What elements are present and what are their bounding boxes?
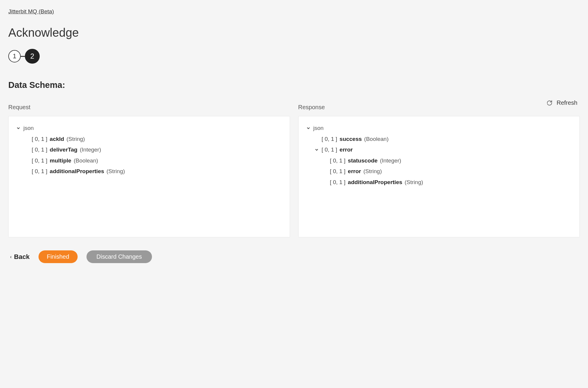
field-cardinality: [ 0, 1 ] xyxy=(32,157,47,165)
stepper: 1 2 xyxy=(8,49,580,64)
request-field[interactable]: [ 0, 1 ] multiple (Boolean) xyxy=(16,155,283,166)
page-title: Acknowledge xyxy=(8,26,580,39)
field-name: ackId xyxy=(50,135,64,144)
field-type: (Boolean) xyxy=(74,157,98,165)
field-name: multiple xyxy=(50,157,71,165)
field-type: (String) xyxy=(405,178,423,187)
response-error-child[interactable]: [ 0, 1 ] statuscode (Integer) xyxy=(306,155,573,166)
chevron-down-icon[interactable] xyxy=(314,148,319,152)
field-cardinality: [ 0, 1 ] xyxy=(330,178,346,187)
response-label: Response xyxy=(298,104,580,111)
response-panel: json [ 0, 1 ] success (Boolean) [ 0, 1 ]… xyxy=(298,116,580,237)
request-panel: json [ 0, 1 ] ackId (String)[ 0, 1 ] del… xyxy=(8,116,290,237)
chevron-down-icon[interactable] xyxy=(306,126,311,130)
discard-changes-button[interactable]: Discard Changes xyxy=(86,250,152,263)
field-type: (String) xyxy=(107,167,125,176)
field-type: (String) xyxy=(363,167,382,176)
request-label: Request xyxy=(8,104,290,111)
response-error-child[interactable]: [ 0, 1 ] error (String) xyxy=(306,166,573,177)
request-column: Request json [ 0, 1 ] ackId (String)[ 0,… xyxy=(8,104,290,237)
field-type: (Integer) xyxy=(380,157,401,165)
field-name: deliverTag xyxy=(50,146,78,154)
field-type: (String) xyxy=(66,135,85,144)
field-name: additionalProperties xyxy=(50,167,104,176)
request-root-node[interactable]: json xyxy=(16,123,283,134)
step-connector xyxy=(21,56,25,57)
field-cardinality: [ 0, 1 ] xyxy=(32,135,47,144)
response-root-node[interactable]: json xyxy=(306,123,573,134)
field-name: error xyxy=(348,167,361,176)
field-cardinality: [ 0, 1 ] xyxy=(322,146,337,154)
step-2[interactable]: 2 xyxy=(25,49,40,64)
chevron-left-icon: ‹ xyxy=(10,254,12,260)
field-cardinality: [ 0, 1 ] xyxy=(32,167,47,176)
request-field[interactable]: [ 0, 1 ] deliverTag (Integer) xyxy=(16,144,283,155)
request-root-label: json xyxy=(23,124,34,133)
field-cardinality: [ 0, 1 ] xyxy=(330,157,346,165)
field-cardinality: [ 0, 1 ] xyxy=(322,135,337,144)
field-name: error xyxy=(339,146,353,154)
breadcrumb-link[interactable]: Jitterbit MQ (Beta) xyxy=(8,8,54,15)
field-type: (Integer) xyxy=(80,146,101,154)
request-field[interactable]: [ 0, 1 ] ackId (String) xyxy=(16,134,283,145)
back-label: Back xyxy=(14,253,30,261)
response-field-error[interactable]: [ 0, 1 ] error xyxy=(306,144,573,155)
data-schema-heading: Data Schema: xyxy=(8,80,580,90)
response-field-success[interactable]: [ 0, 1 ] success (Boolean) xyxy=(306,134,573,145)
request-field[interactable]: [ 0, 1 ] additionalProperties (String) xyxy=(16,166,283,177)
back-button[interactable]: ‹ Back xyxy=(10,253,30,261)
finished-button[interactable]: Finished xyxy=(39,250,78,263)
field-type: (Boolean) xyxy=(364,135,388,144)
footer-actions: ‹ Back Finished Discard Changes xyxy=(8,250,580,263)
chevron-down-icon[interactable] xyxy=(16,126,21,130)
step-1[interactable]: 1 xyxy=(8,50,21,62)
field-name: statuscode xyxy=(348,157,377,165)
response-error-child[interactable]: [ 0, 1 ] additionalProperties (String) xyxy=(306,177,573,188)
field-name: additionalProperties xyxy=(348,178,402,187)
response-column: Response json [ 0, 1 ] success (Boolean)… xyxy=(298,104,580,237)
field-name: success xyxy=(339,135,362,144)
response-root-label: json xyxy=(313,124,324,133)
field-cardinality: [ 0, 1 ] xyxy=(32,146,47,154)
field-cardinality: [ 0, 1 ] xyxy=(330,167,346,176)
